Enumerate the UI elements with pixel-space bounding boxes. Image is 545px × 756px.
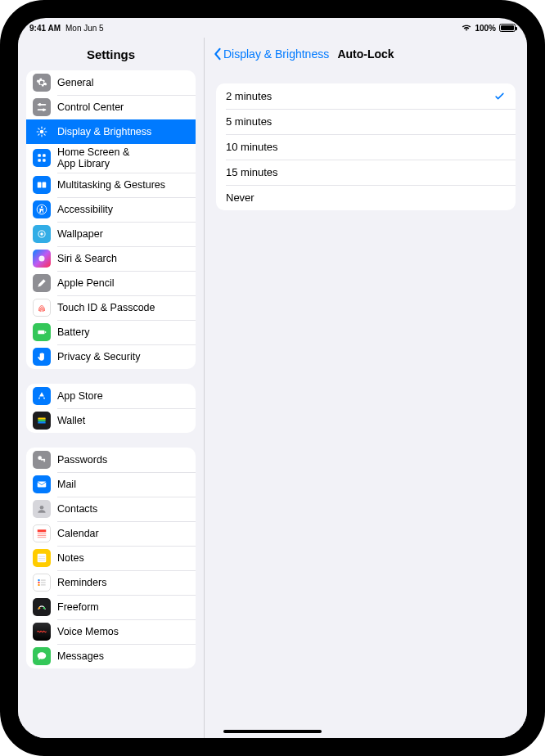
status-bar: 9:41 AM Mon Jun 5 100%: [18, 18, 527, 38]
sidebar-item-battery[interactable]: Battery: [26, 320, 196, 344]
sidebar-item-display-brightness[interactable]: Display & Brightness: [26, 119, 196, 144]
sidebar-item-app-store[interactable]: App Store: [26, 384, 196, 408]
sidebar-item-label: Siri & Search: [57, 253, 189, 264]
accessibility-icon: [33, 200, 51, 218]
svg-point-23: [39, 255, 45, 261]
svg-point-43: [38, 582, 39, 583]
status-date: Mon Jun 5: [65, 24, 104, 33]
sidebar-item-label: Home Screen & App Library: [57, 146, 189, 170]
sidebar-item-multitasking[interactable]: Multitasking & Gestures: [26, 173, 196, 197]
svg-rect-25: [45, 331, 46, 333]
detail-pane: Display & Brightness Auto-Lock 2 minutes…: [205, 38, 527, 738]
sidebar-group-apps: Passwords Mail Contacts: [26, 448, 196, 668]
sidebar-item-home-screen[interactable]: Home Screen & App Library: [26, 144, 196, 173]
sidebar-item-accessibility[interactable]: Accessibility: [26, 197, 196, 222]
svg-point-4: [40, 130, 44, 134]
home-indicator[interactable]: [223, 730, 322, 733]
svg-point-33: [40, 506, 44, 510]
multitasking-icon: [33, 176, 51, 194]
svg-point-44: [38, 584, 39, 586]
chevron-left-icon: [213, 47, 222, 61]
gear-icon: [33, 74, 51, 92]
status-battery-pct: 100%: [475, 24, 496, 33]
sidebar-item-wallpaper[interactable]: Wallpaper: [26, 222, 196, 246]
sidebar-item-touch-id[interactable]: Touch ID & Passcode: [26, 295, 196, 320]
status-time: 9:41 AM: [29, 24, 61, 33]
pencil-icon: [33, 274, 51, 292]
option-15-minutes[interactable]: 15 minutes: [216, 160, 516, 185]
svg-line-10: [44, 134, 45, 135]
svg-rect-38: [38, 554, 47, 563]
wallpaper-icon: [33, 225, 51, 243]
option-5-minutes[interactable]: 5 minutes: [216, 109, 516, 134]
svg-point-20: [41, 206, 43, 208]
sidebar-item-passwords[interactable]: Passwords: [26, 448, 196, 472]
svg-rect-31: [43, 460, 45, 461]
sidebar-item-label: Control Center: [57, 101, 189, 113]
svg-rect-28: [38, 421, 45, 423]
back-button[interactable]: Display & Brightness: [213, 47, 329, 61]
option-2-minutes[interactable]: 2 minutes: [216, 83, 516, 109]
battery-icon: [33, 323, 51, 341]
mail-icon: [33, 475, 51, 493]
sidebar-item-general[interactable]: General: [26, 70, 196, 95]
option-label: 15 minutes: [226, 166, 278, 178]
sidebar-item-mail[interactable]: Mail: [26, 472, 196, 497]
brightness-icon: [33, 123, 51, 141]
sidebar-item-label: Wallpaper: [57, 228, 189, 240]
sidebar-item-wallet[interactable]: Wallet: [26, 408, 196, 433]
svg-rect-24: [38, 330, 44, 334]
sidebar-item-label: Accessibility: [57, 204, 189, 215]
sidebar-item-reminders[interactable]: Reminders: [26, 570, 196, 595]
svg-point-48: [38, 607, 40, 609]
sidebar-item-siri[interactable]: Siri & Search: [26, 246, 196, 271]
device-frame: 9:41 AM Mon Jun 5 100% Settings: [0, 0, 545, 756]
sidebar-item-label: Touch ID & Passcode: [57, 302, 189, 313]
voice-memos-icon: [33, 623, 51, 641]
freeform-icon: [33, 598, 51, 616]
sidebar-item-label: App Store: [57, 390, 189, 402]
checkmark-icon: [493, 90, 506, 102]
sidebar-item-label: Multitasking & Gestures: [57, 179, 189, 191]
sidebar-item-notes[interactable]: Notes: [26, 546, 196, 570]
svg-rect-32: [38, 481, 47, 487]
svg-rect-17: [38, 182, 42, 187]
option-never[interactable]: Never: [216, 185, 516, 210]
option-label: 10 minutes: [226, 141, 278, 153]
sidebar-item-label: Mail: [57, 479, 189, 490]
svg-point-49: [43, 607, 45, 609]
reminders-icon: [33, 574, 51, 592]
sidebar-group-system: General Control Center Dis: [26, 70, 196, 369]
svg-point-42: [38, 579, 39, 581]
sidebar-item-freeform[interactable]: Freeform: [26, 595, 196, 619]
sliders-icon: [33, 98, 51, 116]
sidebar-item-label: Reminders: [57, 577, 189, 588]
sidebar-item-label: Freeform: [57, 601, 189, 613]
sidebar-item-label: Battery: [57, 326, 189, 338]
option-label: Never: [226, 191, 254, 204]
sidebar-item-label: Calendar: [57, 528, 189, 539]
sidebar-item-messages[interactable]: Messages: [26, 644, 196, 668]
sidebar-item-apple-pencil[interactable]: Apple Pencil: [26, 271, 196, 295]
siri-icon: [33, 250, 51, 268]
auto-lock-options: 2 minutes 5 minutes 10 minutes 15 minute…: [216, 83, 516, 210]
option-10-minutes[interactable]: 10 minutes: [216, 134, 516, 160]
sidebar-item-contacts[interactable]: Contacts: [26, 497, 196, 521]
svg-rect-15: [38, 160, 41, 163]
sidebar-item-voice-memos[interactable]: Voice Memos: [26, 619, 196, 644]
messages-icon: [33, 647, 51, 665]
sidebar-item-label: Voice Memos: [57, 626, 189, 637]
svg-line-9: [38, 128, 39, 129]
option-label: 5 minutes: [226, 115, 272, 128]
battery-icon: [499, 24, 516, 32]
svg-line-12: [44, 128, 45, 129]
sidebar-title: Settings: [18, 38, 204, 70]
sidebar-item-control-center[interactable]: Control Center: [26, 95, 196, 119]
sidebar-item-calendar[interactable]: Calendar: [26, 521, 196, 546]
sidebar-item-label: Apple Pencil: [57, 277, 189, 289]
app-store-icon: [33, 387, 51, 405]
apps-grid-icon: [33, 149, 51, 167]
notes-icon: [33, 549, 51, 567]
sidebar-item-label: Privacy & Security: [57, 351, 189, 362]
sidebar-item-privacy[interactable]: Privacy & Security: [26, 344, 196, 369]
